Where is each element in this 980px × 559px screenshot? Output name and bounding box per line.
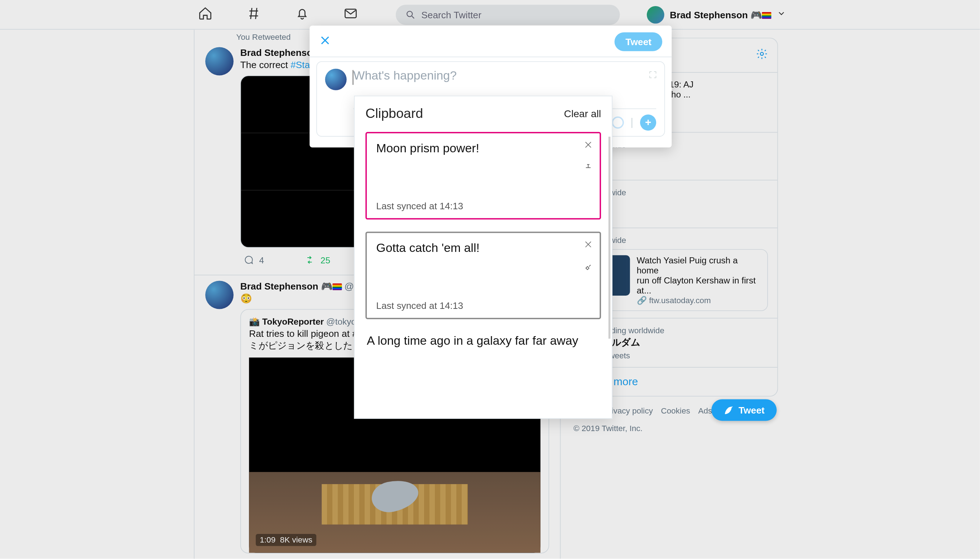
- svg-point-2: [761, 52, 763, 55]
- pin-icon[interactable]: [584, 163, 593, 175]
- char-count-ring: [612, 116, 624, 129]
- scrollbar[interactable]: [609, 137, 611, 339]
- clipboard-panel: Clipboard Clear all Moon prism power! La…: [354, 96, 612, 419]
- retweet-button[interactable]: 25: [304, 255, 330, 265]
- rainbow-flag-icon: [332, 283, 342, 290]
- avatar: [325, 69, 347, 90]
- video-meta: 1:09 8K views: [256, 534, 316, 546]
- avatar[interactable]: [205, 281, 234, 309]
- avatar[interactable]: [205, 47, 234, 76]
- avatar: [647, 6, 665, 23]
- account-menu[interactable]: Brad Stephenson 🎮: [647, 6, 786, 23]
- clipboard-item[interactable]: Gotta catch 'em all! Last synced at 14:1…: [365, 232, 601, 319]
- author-name[interactable]: Brad Stephenson 🎮: [240, 281, 342, 292]
- reply-button[interactable]: 4: [243, 255, 264, 265]
- clipboard-title: Clipboard: [365, 106, 423, 121]
- clipboard-clear-all[interactable]: Clear all: [564, 108, 601, 119]
- author-name[interactable]: Brad Stephenson: [240, 47, 318, 58]
- add-thread-button[interactable]: +: [640, 114, 656, 131]
- close-button[interactable]: [319, 35, 331, 49]
- clipboard-item-overflow[interactable]: A long time ago in a galaxy far far away: [365, 331, 601, 351]
- bell-icon[interactable]: [295, 6, 310, 23]
- search-input[interactable]: Search Twitter: [396, 4, 620, 24]
- feather-icon: [724, 405, 735, 415]
- clipboard-item-text: Gotta catch 'em all!: [376, 241, 591, 255]
- copyright: © 2019 Twitter, Inc.: [574, 423, 778, 433]
- account-name: Brad Stephenson 🎮: [670, 9, 762, 20]
- clipboard-item-text: Moon prism power!: [376, 142, 591, 155]
- expand-icon[interactable]: [647, 69, 659, 83]
- camera-icon: 📸: [249, 316, 262, 326]
- search-placeholder: Search Twitter: [421, 9, 482, 20]
- hash-icon[interactable]: [246, 6, 261, 23]
- compose-input[interactable]: What's happening?: [353, 69, 656, 83]
- gear-icon[interactable]: [756, 48, 768, 62]
- clipboard-item-sync: Last synced at 14:13: [376, 300, 463, 311]
- home-icon[interactable]: [198, 6, 213, 23]
- tweet-submit-button[interactable]: Tweet: [615, 32, 662, 51]
- mail-icon[interactable]: [343, 6, 358, 23]
- clipboard-item[interactable]: Moon prism power! Last synced at 14:13: [365, 132, 601, 219]
- tweet-fab[interactable]: Tweet: [712, 399, 777, 421]
- svg-point-1: [407, 11, 412, 16]
- nav-icons: [194, 6, 377, 23]
- pin-icon[interactable]: [584, 263, 593, 275]
- search-icon: [405, 9, 416, 20]
- chevron-down-icon: [777, 8, 786, 20]
- delete-icon[interactable]: [584, 240, 593, 252]
- delete-icon[interactable]: [584, 140, 593, 152]
- rainbow-flag-icon: [762, 12, 771, 19]
- footer-link[interactable]: Cookies: [661, 406, 690, 415]
- top-nav: Search Twitter Brad Stephenson 🎮: [0, 0, 980, 30]
- clipboard-item-sync: Last synced at 14:13: [376, 201, 463, 212]
